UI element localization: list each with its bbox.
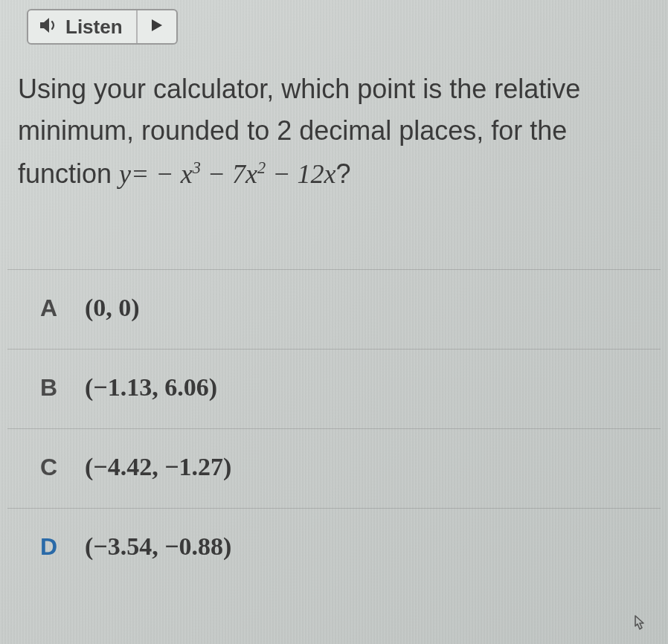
equation: y= − x3 − 7x2 − 12x — [119, 159, 335, 189]
speaker-icon — [39, 16, 60, 37]
listen-button[interactable]: Listen — [27, 9, 178, 45]
option-d[interactable]: D (−3.54, −0.88) — [7, 508, 661, 568]
listen-main: Listen — [28, 10, 138, 43]
option-letter: A — [40, 294, 64, 322]
question-line-3: function y= − x3 − 7x2 − 12x? — [18, 153, 650, 196]
pointer-cursor-icon — [629, 611, 652, 640]
option-a[interactable]: A (0, 0) — [7, 269, 661, 349]
play-icon — [151, 19, 163, 35]
option-letter: D — [40, 533, 64, 561]
option-text: (0, 0) — [85, 294, 140, 322]
option-letter: C — [40, 454, 64, 481]
play-segment[interactable] — [138, 10, 176, 43]
options-list: A (0, 0) B (−1.13, 6.06) C (−4.42, −1.27… — [7, 269, 661, 568]
option-letter: B — [40, 374, 64, 402]
option-b[interactable]: B (−1.13, 6.06) — [7, 349, 661, 428]
listen-label: Listen — [65, 16, 123, 39]
option-text: (−3.54, −0.88) — [85, 532, 231, 561]
option-text: (−1.13, 6.06) — [85, 373, 217, 402]
option-c[interactable]: C (−4.42, −1.27) — [7, 428, 661, 508]
question-line-1: Using your calculator, which point is th… — [18, 68, 650, 110]
question-text: Using your calculator, which point is th… — [18, 68, 650, 195]
option-text: (−4.42, −1.27) — [85, 453, 231, 481]
question-line-2: minimum, rounded to 2 decimal places, fo… — [18, 110, 650, 152]
q-suffix: ? — [336, 158, 351, 189]
q-prefix: function — [18, 158, 119, 189]
